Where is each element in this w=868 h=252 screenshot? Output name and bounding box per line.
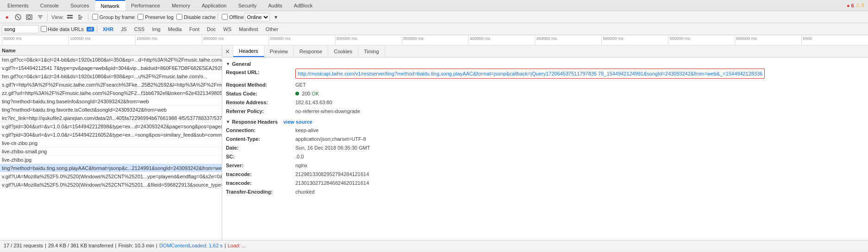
list-item[interactable]: live-zhibo-small.png bbox=[0, 147, 222, 156]
record-button[interactable]: ● bbox=[2, 12, 12, 22]
filter-js[interactable]: JS bbox=[118, 26, 130, 32]
general-section-header: ▼ General bbox=[226, 61, 864, 67]
list-item[interactable]: s.gif?r=http%3A%2F%2Fmusic.taihe.com%2Fs… bbox=[0, 81, 222, 89]
list-item[interactable]: lrc?lrc_link=http://qukufile2.qianqian.c… bbox=[0, 114, 222, 122]
list-item[interactable]: v.gif?pid=304&url=&v=1.0.0&r=15449422160… bbox=[0, 131, 222, 139]
list-item[interactable]: v.gif?UA=Mozilla%252F5.0%2520(Windows%25… bbox=[0, 172, 222, 181]
search-input[interactable] bbox=[2, 25, 39, 33]
tab-performance[interactable]: Performance bbox=[125, 0, 166, 11]
tab-memory[interactable]: Memory bbox=[166, 0, 196, 11]
remote-address-field: Remote Address: 182.61.43.63:80 bbox=[226, 99, 864, 106]
filter-button[interactable] bbox=[35, 12, 45, 22]
list-item[interactable]: v.gif?r=154494212541 7&type=pv&page=web&… bbox=[0, 64, 222, 72]
preserve-log-option: Preserve log bbox=[137, 14, 174, 20]
request-list[interactable]: hm.gif?cc=0&ck=1&cl=24-bit&ds=1920x1080&… bbox=[0, 56, 222, 240]
filter-img[interactable]: Img bbox=[149, 26, 163, 32]
detail-tab-response[interactable]: Response bbox=[294, 45, 329, 57]
list-item[interactable]: zz.gif?url=http%3A%2F%2Fmusic.taihe.com%… bbox=[0, 89, 222, 97]
filter-css[interactable]: CSS bbox=[131, 26, 148, 32]
hide-data-urls-label[interactable]: Hide data URLs bbox=[48, 26, 84, 32]
filter-ws[interactable]: WS bbox=[220, 26, 234, 32]
hide-data-urls-checkbox[interactable] bbox=[41, 26, 47, 32]
top-tab-bar: Elements Console Sources Network Perform… bbox=[0, 0, 868, 11]
list-item[interactable]: v.gif?pid=304&url=&v=1.0.0&r=15449422128… bbox=[0, 122, 222, 131]
disable-cache-checkbox[interactable] bbox=[176, 14, 182, 20]
filter-sep bbox=[97, 25, 97, 33]
request-url-value[interactable]: http://musicapi.taihe.com/v1/restserver/… bbox=[298, 71, 762, 76]
more-options-button[interactable]: ▾ bbox=[271, 12, 281, 22]
tick-550k: 550000 ms bbox=[668, 36, 735, 45]
load-time: Load: ... bbox=[228, 243, 246, 248]
notifications-badge: ● 6 ⚠ 6 bbox=[847, 0, 868, 11]
all-badge: All bbox=[87, 27, 94, 32]
tab-console[interactable]: Console bbox=[35, 0, 65, 11]
list-item[interactable]: v.gif?UA=Mozilla%252F5.0%2520(Windows%25… bbox=[0, 181, 222, 189]
resp-server: Server: nginx bbox=[226, 162, 864, 169]
separator-1 bbox=[47, 13, 48, 21]
status-code-label: Status Code: bbox=[226, 90, 295, 97]
tab-elements[interactable]: Elements bbox=[2, 0, 35, 11]
disable-cache-option: Disable cache bbox=[176, 14, 216, 20]
collapse-triangle[interactable]: ▼ bbox=[226, 62, 230, 66]
svg-line-1 bbox=[17, 16, 19, 19]
detail-tab-timing[interactable]: Timing bbox=[358, 45, 385, 57]
filter-other[interactable]: Other bbox=[263, 26, 281, 32]
hide-data-urls-option: Hide data URLs bbox=[41, 26, 84, 32]
tab-security[interactable]: Security bbox=[232, 0, 262, 11]
request-method-label: Request Method: bbox=[226, 81, 295, 88]
resp-transfer-encoding-value: chunked bbox=[295, 188, 315, 195]
tab-sources[interactable]: Sources bbox=[65, 0, 95, 11]
resp-connection: Connection: keep-alive bbox=[226, 126, 864, 134]
filter-media[interactable]: Media bbox=[165, 26, 185, 32]
preserve-log-label[interactable]: Preserve log bbox=[145, 14, 174, 20]
tab-audits[interactable]: Audits bbox=[262, 0, 288, 11]
filter-font[interactable]: Font bbox=[187, 26, 202, 32]
close-detail-button[interactable]: ✕ bbox=[222, 45, 233, 57]
network-toolbar: ● View: Group by frame Preserve log Disa… bbox=[0, 11, 868, 23]
tab-application[interactable]: Application bbox=[196, 0, 233, 11]
tick-450k: 450000 ms bbox=[535, 36, 601, 45]
throttle-select[interactable]: Online bbox=[245, 13, 270, 21]
list-item[interactable]: hm.gif?cc=0&ck=1&cl=24-bit&ds=1920x1080&… bbox=[0, 56, 222, 64]
resp-date: Date: Sun, 16 Dec 2018 06:35:30 GMT bbox=[226, 144, 864, 151]
list-item[interactable]: hm.gif?cc=0&ck=1&cl=24-bit&ds=1920x1080&… bbox=[0, 72, 222, 81]
collapse-response-triangle[interactable]: ▼ bbox=[226, 120, 230, 124]
filter-xhr[interactable]: XHR bbox=[100, 26, 116, 32]
list-item[interactable]: live-zhibo.jpg bbox=[0, 156, 222, 164]
group-frame-label[interactable]: Group by frame bbox=[100, 14, 135, 20]
tick-150k: 150000 ms bbox=[135, 36, 202, 45]
status-bar: 17 / 231 requests | 29.4 KB / 381 KB tra… bbox=[0, 240, 868, 250]
svg-rect-9 bbox=[78, 15, 81, 16]
left-panel: Name hm.gif?cc=0&ck=1&cl=24-bit&ds=1920x… bbox=[0, 45, 222, 240]
request-url-box: http://musicapi.taihe.com/v1/restserver/… bbox=[295, 69, 765, 79]
filter-doc[interactable]: Doc bbox=[204, 26, 219, 32]
disable-cache-label[interactable]: Disable cache bbox=[184, 14, 216, 20]
group-frame-checkbox[interactable] bbox=[92, 14, 98, 20]
view-waterfall-button[interactable] bbox=[76, 12, 86, 22]
svg-rect-7 bbox=[67, 15, 73, 16]
resp-tracecode1: tracecode: 21298133082952794284121614 bbox=[226, 170, 864, 178]
detail-tabs: ✕ Headers Preview Response Cookies Timin… bbox=[222, 45, 868, 57]
offline-checkbox[interactable] bbox=[222, 14, 228, 20]
detail-tab-preview[interactable]: Preview bbox=[264, 45, 294, 57]
filter-manifest[interactable]: Manifest bbox=[236, 26, 261, 32]
list-item-selected[interactable]: ting?method=baidu.ting.song.playAAC&form… bbox=[0, 164, 222, 172]
detail-tab-headers[interactable]: Headers bbox=[233, 45, 264, 57]
offline-option: Offline bbox=[222, 14, 244, 20]
view-label: View: bbox=[51, 14, 64, 20]
offline-label[interactable]: Offline bbox=[229, 14, 244, 20]
preserve-log-checkbox[interactable] bbox=[137, 14, 144, 20]
separator: | bbox=[225, 243, 226, 248]
clear-button[interactable] bbox=[13, 12, 23, 22]
detail-tab-cookies[interactable]: Cookies bbox=[328, 45, 358, 57]
view-list-button[interactable] bbox=[65, 12, 75, 22]
tick-50k: 50000 ms bbox=[2, 36, 69, 45]
tab-network[interactable]: Network bbox=[95, 0, 125, 11]
response-headers-section-header: ▼ Response Headers view source bbox=[226, 119, 864, 125]
list-item[interactable]: ting?method=baidu.ting.baseInfo&songId=2… bbox=[0, 97, 222, 106]
screenshot-button[interactable] bbox=[24, 12, 34, 22]
tab-adblock[interactable]: AdBlock bbox=[288, 0, 318, 11]
list-item[interactable]: ting?method=baidu.ting.favorite.isCollec… bbox=[0, 106, 222, 114]
list-item[interactable]: live-cir-zibo.png bbox=[0, 139, 222, 147]
view-source-link[interactable]: view source bbox=[283, 119, 312, 125]
